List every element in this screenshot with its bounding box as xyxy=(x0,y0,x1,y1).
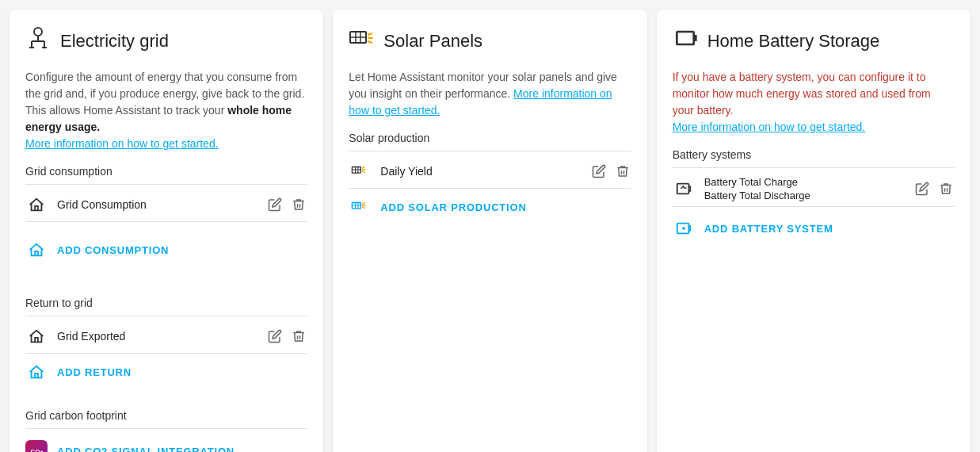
svg-rect-23 xyxy=(677,184,688,194)
daily-yield-delete-button[interactable] xyxy=(614,163,631,180)
return-to-grid-section-title: Return to grid xyxy=(25,297,307,309)
grid-consumption-item: Grid Consumption xyxy=(25,188,307,222)
battery-charge-label: Battery Total Charge xyxy=(704,176,904,188)
daily-yield-icon xyxy=(349,163,371,180)
battery-systems-section-title: Battery systems xyxy=(673,148,955,161)
cards-container: Electricity grid Configure the amount of… xyxy=(10,10,970,452)
battery-more-info-link[interactable]: More information on how to get started. xyxy=(673,121,866,133)
add-solar-panel-icon xyxy=(351,198,368,216)
edit-icon-solar xyxy=(592,164,606,178)
add-upload-home-icon xyxy=(28,241,45,259)
home-battery-description: If you have a battery system, you can co… xyxy=(673,69,955,136)
upload-home-icon xyxy=(28,196,45,213)
delete-icon-2 xyxy=(292,329,306,343)
battery-labels: Battery Total Charge Battery Total Disch… xyxy=(704,176,904,201)
solar-panels-icon xyxy=(349,25,374,56)
add-battery-label: ADD BATTERY SYSTEM xyxy=(704,223,833,235)
solar-panels-card: Solar Panels Let Home Assistant monitor … xyxy=(333,10,646,452)
carbon-section-title: Grid carbon footprint xyxy=(25,409,307,422)
add-co2-item[interactable]: CO₂ ADD CO2 SIGNAL INTEGRATION xyxy=(25,432,307,452)
grid-exported-item: Grid Exported xyxy=(25,320,307,354)
svg-point-0 xyxy=(34,28,42,36)
battery-item-icon xyxy=(673,180,695,197)
battery-svg-icon xyxy=(673,25,698,51)
electricity-grid-title: Electricity grid xyxy=(60,31,169,52)
edit-icon-battery xyxy=(915,182,929,196)
electricity-grid-icon xyxy=(25,25,51,56)
divider-1 xyxy=(25,184,307,185)
battery-divider-1 xyxy=(673,167,955,168)
add-solar-label: ADD SOLAR PRODUCTION xyxy=(380,201,526,213)
electricity-grid-description: Configure the amount of energy that you … xyxy=(25,69,307,152)
add-consumption-icon xyxy=(25,232,48,268)
electricity-grid-card: Electricity grid Configure the amount of… xyxy=(10,10,323,452)
edit-icon xyxy=(268,197,282,212)
add-consumption-item[interactable]: ADD CONSUMPTION xyxy=(25,222,307,278)
co2-icon: CO₂ xyxy=(25,440,48,452)
solar-divider-1 xyxy=(349,151,631,151)
add-return-item[interactable]: ADD RETURN xyxy=(25,354,307,390)
divider-2 xyxy=(25,316,307,316)
battery-desc-highlight: If you have a battery system, you can co… xyxy=(673,71,931,117)
battery-system-actions xyxy=(913,180,955,197)
grid-consumption-actions xyxy=(266,196,307,213)
grid-consumption-edit-button[interactable] xyxy=(266,196,284,213)
add-solar-item[interactable]: ADD SOLAR PRODUCTION xyxy=(349,189,631,225)
battery-system-item: Battery Total Charge Battery Total Disch… xyxy=(673,171,955,207)
daily-yield-label: Daily Yield xyxy=(380,165,580,178)
grid-consumption-delete-button[interactable] xyxy=(290,196,307,213)
grid-exported-edit-button[interactable] xyxy=(266,328,284,345)
edit-icon-2 xyxy=(268,329,282,343)
solar-production-section-title: Solar production xyxy=(349,132,631,144)
daily-yield-item: Daily Yield xyxy=(349,155,631,189)
solar-panels-title: Solar Panels xyxy=(383,31,482,52)
add-return-label: ADD RETURN xyxy=(57,366,132,378)
solar-svg-icon xyxy=(349,25,374,51)
home-battery-card: Home Battery Storage If you have a batte… xyxy=(657,10,970,452)
grid-consumption-section-title: Grid consumption xyxy=(25,165,307,178)
battery-edit-button[interactable] xyxy=(913,180,931,197)
add-co2-label: ADD CO2 SIGNAL INTEGRATION xyxy=(57,446,235,453)
grid-exported-label: Grid Exported xyxy=(57,330,257,343)
delete-icon xyxy=(292,197,306,212)
home-battery-icon xyxy=(673,25,698,56)
home-battery-header: Home Battery Storage xyxy=(673,25,955,56)
grid-consumption-icon xyxy=(25,196,48,213)
divider-3 xyxy=(25,428,307,429)
daily-yield-actions xyxy=(590,163,631,180)
electricity-svg-icon xyxy=(25,25,51,51)
grid-consumption-label: Grid Consumption xyxy=(57,198,257,211)
co2-icon-text: CO₂ xyxy=(31,448,43,453)
battery-charge-icon xyxy=(675,180,692,197)
grid-exported-actions xyxy=(266,328,307,345)
solar-panels-header: Solar Panels xyxy=(349,25,631,56)
home-battery-title: Home Battery Storage xyxy=(707,31,880,52)
add-return-home-icon xyxy=(28,363,45,381)
daily-yield-edit-button[interactable] xyxy=(590,163,608,180)
electricity-grid-header: Electricity grid xyxy=(25,25,307,56)
solar-panels-description: Let Home Assistant monitor your solar pa… xyxy=(349,69,631,119)
delete-icon-battery xyxy=(939,182,953,196)
download-home-icon xyxy=(28,328,45,345)
battery-discharge-label: Battery Total Discharge xyxy=(704,190,904,201)
add-battery-icon xyxy=(673,220,695,237)
solar-panel-small-icon xyxy=(351,163,368,180)
add-battery-svg-icon xyxy=(675,220,692,237)
grid-exported-icon xyxy=(25,328,48,345)
add-consumption-label: ADD CONSUMPTION xyxy=(57,244,169,256)
add-battery-item[interactable]: ADD BATTERY SYSTEM xyxy=(673,210,955,247)
electricity-more-info-link[interactable]: More information on how to get started. xyxy=(25,137,219,150)
delete-icon-solar xyxy=(616,164,630,178)
grid-exported-delete-button[interactable] xyxy=(290,328,307,345)
add-return-icon xyxy=(25,363,48,381)
battery-delete-button[interactable] xyxy=(937,180,955,197)
add-solar-icon xyxy=(349,198,371,216)
